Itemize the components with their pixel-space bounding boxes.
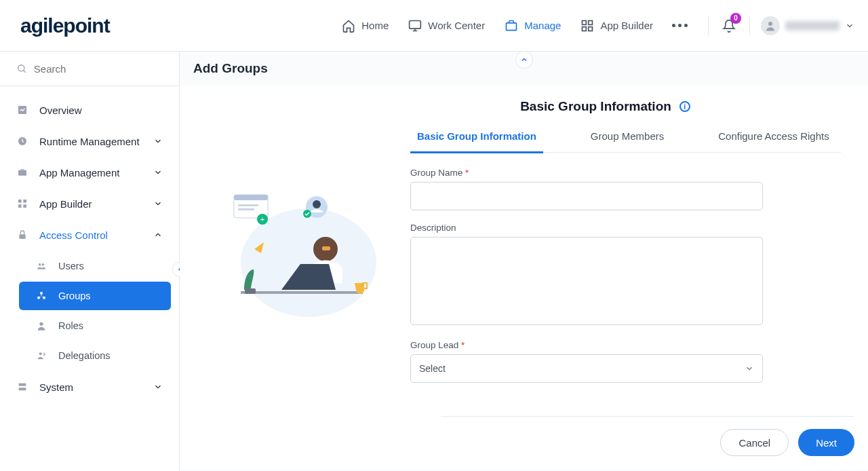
- svg-rect-4: [583, 26, 587, 31]
- svg-point-17: [42, 263, 45, 266]
- nav-work-center[interactable]: Work Center: [408, 18, 485, 33]
- chevron-down-icon: [845, 21, 854, 31]
- group-name-label: Group Name *: [410, 168, 763, 178]
- info-icon[interactable]: i: [679, 101, 690, 112]
- svg-rect-37: [241, 291, 363, 294]
- sidebar-item-runtime[interactable]: Runtime Management: [0, 126, 179, 157]
- sidebar-item-label: App Builder: [39, 198, 92, 210]
- svg-rect-23: [19, 383, 26, 386]
- description-label: Description: [410, 223, 763, 233]
- svg-rect-27: [234, 195, 268, 200]
- nav-home[interactable]: Home: [341, 18, 389, 33]
- chevron-down-icon: [153, 136, 163, 146]
- sidebar-item-app-management[interactable]: App Management: [0, 157, 179, 188]
- delegation-icon: [35, 350, 47, 362]
- svg-rect-29: [238, 208, 254, 210]
- svg-rect-3: [589, 20, 593, 24]
- person-icon: [35, 320, 47, 332]
- svg-rect-12: [23, 200, 26, 203]
- sidebar-item-app-builder[interactable]: App Builder: [0, 188, 179, 219]
- sidebar-item-label: Delegations: [58, 350, 111, 361]
- briefcase-icon: [16, 166, 28, 178]
- svg-text:+: +: [260, 215, 264, 223]
- form-fields: Group Name * Description Group Lead *: [410, 168, 763, 395]
- tab-basic-info[interactable]: Basic Group Information: [410, 130, 543, 153]
- required-marker: *: [461, 340, 465, 350]
- sidebar-item-access-control[interactable]: Access Control: [0, 219, 179, 250]
- chevron-up-icon: [153, 230, 163, 240]
- chevron-down-icon: [153, 382, 163, 392]
- chevron-down-icon: [745, 364, 754, 373]
- search-icon: [16, 62, 27, 75]
- svg-point-20: [43, 297, 45, 299]
- sidebar-item-label: System: [39, 381, 73, 393]
- sidebar-item-label: Groups: [58, 290, 91, 301]
- svg-point-21: [39, 322, 43, 326]
- sidebar-item-label: Roles: [58, 320, 83, 331]
- chevron-down-icon: [153, 199, 163, 208]
- next-button[interactable]: Next: [798, 429, 854, 456]
- form-actions: Cancel Next: [441, 416, 854, 456]
- cancel-button[interactable]: Cancel: [720, 429, 789, 456]
- sidebar-item-groups[interactable]: Groups: [19, 282, 171, 310]
- sidebar-item-delegations[interactable]: Delegations: [19, 341, 171, 370]
- svg-point-22: [39, 352, 42, 355]
- sidebar-item-overview[interactable]: Overview: [0, 94, 179, 126]
- svg-rect-1: [507, 22, 517, 30]
- content-card: Basic Group Information i Basic Group In…: [180, 86, 868, 470]
- svg-rect-13: [18, 204, 22, 208]
- illustration: +: [220, 181, 383, 317]
- group-lead-select[interactable]: Select: [410, 354, 763, 383]
- sidebar-item-label: App Management: [39, 167, 119, 178]
- app-header: agilepoint Home Work Center Manage App B…: [0, 0, 868, 52]
- nav-manage-label: Manage: [524, 20, 561, 31]
- home-icon: [341, 18, 356, 33]
- header-right: 0: [708, 16, 854, 35]
- svg-rect-28: [238, 204, 258, 206]
- nav-manage[interactable]: Manage: [504, 18, 561, 33]
- sidebar-item-roles[interactable]: Roles: [19, 312, 171, 340]
- notifications-button[interactable]: 0: [722, 18, 736, 33]
- group-name-input[interactable]: [410, 182, 763, 210]
- nav-more[interactable]: [672, 24, 688, 27]
- svg-rect-15: [19, 234, 25, 239]
- svg-rect-5: [589, 26, 593, 31]
- main-content: Add Groups Basic Group Information i Bas…: [180, 52, 868, 471]
- avatar: [761, 16, 780, 35]
- grid-icon: [580, 18, 595, 33]
- group-lead-label: Group Lead *: [410, 340, 763, 350]
- svg-point-25: [241, 208, 376, 317]
- sidebar-item-users[interactable]: Users: [19, 252, 171, 280]
- sidebar-item-label: Overview: [39, 105, 82, 116]
- sidebar-item-system[interactable]: System: [0, 371, 179, 402]
- svg-point-6: [768, 22, 772, 26]
- form-area: +: [220, 168, 854, 395]
- collapse-top-button[interactable]: [515, 51, 533, 69]
- field-group-lead: Group Lead * Select: [410, 340, 763, 383]
- svg-rect-0: [410, 20, 421, 29]
- tab-group-members[interactable]: Group Members: [584, 130, 671, 152]
- grid-icon: [16, 197, 28, 210]
- groups-icon: [35, 290, 47, 302]
- svg-point-7: [18, 65, 24, 71]
- form-tabs: Basic Group Information Group Members Co…: [410, 130, 841, 153]
- username-redacted: [785, 21, 840, 31]
- clock-icon: [16, 135, 28, 147]
- svg-rect-38: [245, 288, 256, 294]
- main-nav: Home Work Center Manage App Builder: [341, 18, 688, 33]
- tab-access-rights[interactable]: Configure Access Rights: [711, 130, 835, 152]
- svg-rect-11: [18, 200, 22, 203]
- svg-rect-14: [23, 204, 26, 208]
- search-input[interactable]: [34, 63, 163, 75]
- chart-icon: [16, 104, 28, 116]
- section-header: Basic Group Information i: [220, 99, 854, 114]
- chevron-down-icon: [153, 168, 163, 177]
- description-input[interactable]: [410, 237, 763, 325]
- sidebar-search[interactable]: [0, 52, 179, 86]
- nav-app-builder[interactable]: App Builder: [580, 18, 653, 33]
- user-menu[interactable]: [749, 16, 854, 35]
- svg-point-33: [313, 200, 321, 208]
- briefcase-icon: [504, 18, 519, 33]
- svg-rect-24: [19, 388, 26, 390]
- nav-work-center-label: Work Center: [428, 20, 485, 31]
